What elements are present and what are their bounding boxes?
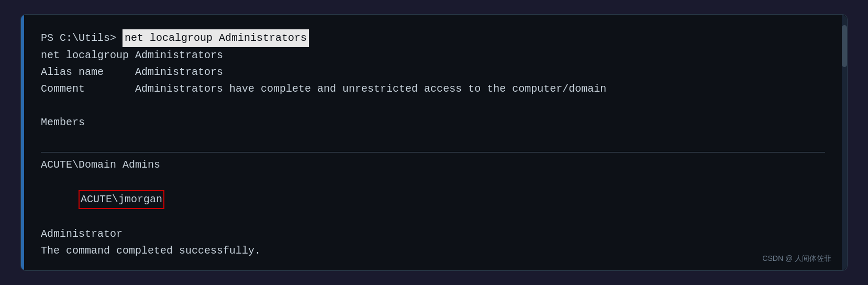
terminal-window: PS C:\Utils> net localgroup Administrato… (20, 14, 848, 271)
watermark: CSDN @ 人间体佐菲 (762, 253, 831, 264)
output-line-1: net localgroup Administrators (41, 47, 825, 64)
output-line-3: Comment Administrators have complete and… (41, 81, 825, 97)
prompt-line-1: PS C:\Utils> net localgroup Administrato… (41, 29, 825, 47)
member-line-2: ACUTE\jmorgan (41, 173, 825, 226)
success-message: The command completed successfully. (41, 243, 825, 259)
separator (41, 152, 825, 152)
empty-line-1 (41, 97, 825, 114)
scrollbar[interactable] (842, 15, 847, 270)
members-label: Members (41, 114, 825, 131)
terminal-content[interactable]: PS C:\Utils> net localgroup Administrato… (24, 15, 842, 270)
member-line-1: ACUTE\Domain Admins (41, 157, 825, 173)
highlighted-member: ACUTE\jmorgan (79, 190, 164, 209)
scrollbar-thumb[interactable] (842, 25, 847, 67)
prompt-text-1: PS C:\Utils> (41, 30, 123, 47)
command-text: net localgroup Administrators (123, 29, 309, 47)
empty-line-2 (41, 131, 825, 148)
empty-line-3 (41, 259, 825, 270)
output-line-2: Alias name Administrators (41, 64, 825, 81)
member-line-3: Administrator (41, 226, 825, 243)
